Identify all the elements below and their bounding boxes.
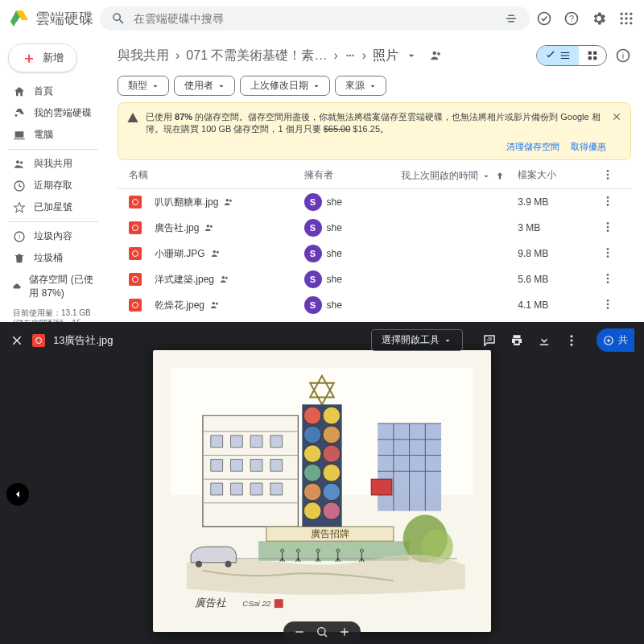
file-row[interactable]: 廣告社.jpg Sshe 3 MB — [118, 215, 631, 241]
svg-point-43 — [607, 248, 609, 250]
nav-trash[interactable]: 垃圾桶 — [8, 247, 98, 269]
file-row[interactable]: 叭叭翻糖車.jpg Sshe 3.9 MB — [118, 189, 631, 215]
offer-link[interactable]: 取得優惠 — [571, 142, 606, 151]
list-view-button[interactable] — [537, 46, 579, 65]
zoom-reset-icon[interactable] — [316, 625, 328, 638]
col-name[interactable]: 名稱 — [129, 168, 304, 184]
svg-point-84 — [323, 464, 341, 481]
svg-point-18 — [349, 55, 351, 56]
more-icon[interactable] — [564, 333, 579, 348]
svg-point-50 — [607, 281, 609, 283]
computer-icon — [13, 129, 26, 142]
cleanup-link[interactable]: 清理儲存空間 — [506, 142, 559, 151]
file-row[interactable]: 乾燥花.jpeg Sshe 4.1 MB — [118, 292, 631, 318]
crumb-shared[interactable]: 與我共用 — [118, 47, 169, 64]
svg-point-79 — [303, 426, 321, 444]
spam-icon: ! — [13, 230, 26, 243]
file-row[interactable]: 洋式建築.jpeg Sshe 5.6 MB — [118, 266, 631, 292]
chip-people[interactable]: 使用者 — [174, 76, 235, 96]
header-more-icon[interactable] — [601, 168, 614, 181]
chip-type[interactable]: 類型 — [118, 76, 169, 96]
owner-avatar: S — [304, 193, 322, 211]
search-options-icon[interactable] — [504, 11, 518, 26]
file-list: 叭叭翻糖車.jpg Sshe 3.9 MB 廣告社.jpg Sshe 3 MB … — [118, 189, 631, 322]
shared-badge-icon — [223, 196, 234, 208]
comment-icon[interactable] — [482, 333, 497, 348]
col-opened[interactable]: 我上次開啟的時間 — [401, 168, 518, 184]
svg-point-52 — [216, 303, 218, 305]
info-icon[interactable]: i — [615, 47, 631, 64]
chip-modified[interactable]: 上次修改日期 — [240, 76, 330, 96]
nav-starred[interactable]: 已加星號 — [8, 196, 98, 218]
new-button[interactable]: ＋新增 — [8, 43, 77, 72]
search-box[interactable] — [100, 6, 530, 31]
row-more-icon[interactable] — [601, 246, 614, 259]
file-row[interactable]: 小珊瑚.JPG Sshe 9.8 MB — [118, 241, 631, 266]
image-canvas[interactable]: 廣告招牌 廣告社 CSai 22 — [153, 350, 491, 632]
nav-mydrive[interactable]: 我的雲端硬碟 — [8, 102, 98, 124]
sidebar: ＋新增 首頁 我的雲端硬碟 電腦 與我共用 近期存取 已加星號 !垃圾內容 垃圾… — [0, 37, 105, 322]
svg-rect-22 — [588, 52, 592, 55]
grid-view-button[interactable] — [579, 46, 606, 65]
shared-badge-icon — [210, 248, 221, 259]
download-icon[interactable] — [537, 333, 551, 348]
svg-point-20 — [433, 52, 437, 56]
settings-icon[interactable] — [591, 10, 607, 27]
nav-shared[interactable]: 與我共用 — [8, 153, 98, 175]
row-more-icon[interactable] — [601, 298, 614, 311]
svg-point-5 — [630, 13, 632, 15]
svg-point-28 — [607, 170, 609, 172]
svg-text:廣告招牌: 廣告招牌 — [311, 528, 349, 539]
file-name: 廣告社.jpg — [155, 221, 199, 235]
svg-point-81 — [303, 445, 321, 463]
ready-offline-icon[interactable] — [536, 10, 552, 27]
close-banner-icon[interactable] — [611, 111, 622, 122]
image-viewer: 13廣告社.jpg 選擇開啟工具 共 — [0, 322, 644, 644]
svg-point-46 — [222, 276, 225, 279]
nav-spam[interactable]: !垃圾內容 — [8, 225, 98, 247]
shared-badge-icon — [209, 299, 221, 311]
chip-source[interactable]: 來源 — [335, 76, 386, 96]
svg-point-96 — [225, 561, 232, 568]
nav-home[interactable]: 首頁 — [8, 80, 98, 102]
zoom-out-icon[interactable] — [293, 625, 306, 638]
people-icon — [13, 158, 26, 171]
row-more-icon[interactable] — [601, 195, 614, 208]
image-file-icon — [129, 196, 142, 208]
viewer-toolbar: 13廣告社.jpg 選擇開啟工具 共 — [0, 322, 644, 358]
nav-storage[interactable]: 儲存空間 (已使用 87%) — [8, 269, 98, 304]
row-more-icon[interactable] — [601, 272, 614, 285]
open-with-button[interactable]: 選擇開啟工具 — [371, 329, 463, 351]
chevron-down-icon[interactable] — [405, 49, 418, 62]
file-name: 叭叭翻糖車.jpg — [155, 196, 218, 209]
owner-avatar: S — [304, 296, 322, 314]
nav-recent[interactable]: 近期存取 — [8, 175, 98, 196]
artwork: 廣告招牌 廣告社 CSai 22 — [171, 368, 473, 614]
file-size: 9.8 MB — [518, 248, 596, 259]
crumb-current[interactable]: 照片 — [373, 47, 398, 64]
col-owner[interactable]: 擁有者 — [304, 168, 402, 184]
prev-image-button[interactable] — [6, 483, 29, 506]
nav-computers[interactable]: 電腦 — [8, 124, 98, 146]
svg-point-33 — [607, 196, 609, 199]
apps-icon[interactable] — [618, 10, 634, 27]
crumb-folder[interactable]: 071 不需美術基礎！素… — [186, 47, 327, 64]
svg-point-53 — [607, 299, 609, 302]
share-button[interactable]: 共 — [597, 328, 634, 352]
print-icon[interactable] — [510, 333, 524, 348]
svg-point-87 — [303, 502, 321, 520]
overflow-icon[interactable] — [345, 50, 356, 61]
drive-logo[interactable]: 雲端硬碟 — [10, 9, 93, 28]
drive-logo-icon — [10, 9, 29, 28]
zoom-in-icon[interactable] — [338, 625, 351, 638]
search-input[interactable] — [134, 12, 496, 25]
home-icon — [13, 85, 26, 98]
svg-point-17 — [346, 55, 348, 56]
view-toggle[interactable] — [536, 45, 607, 66]
svg-point-51 — [213, 302, 216, 305]
col-size[interactable]: 檔案大小 — [518, 168, 596, 184]
close-viewer-icon[interactable] — [10, 333, 24, 348]
row-more-icon[interactable] — [601, 221, 614, 233]
image-file-icon — [129, 247, 142, 260]
help-icon[interactable]: ? — [564, 10, 580, 27]
